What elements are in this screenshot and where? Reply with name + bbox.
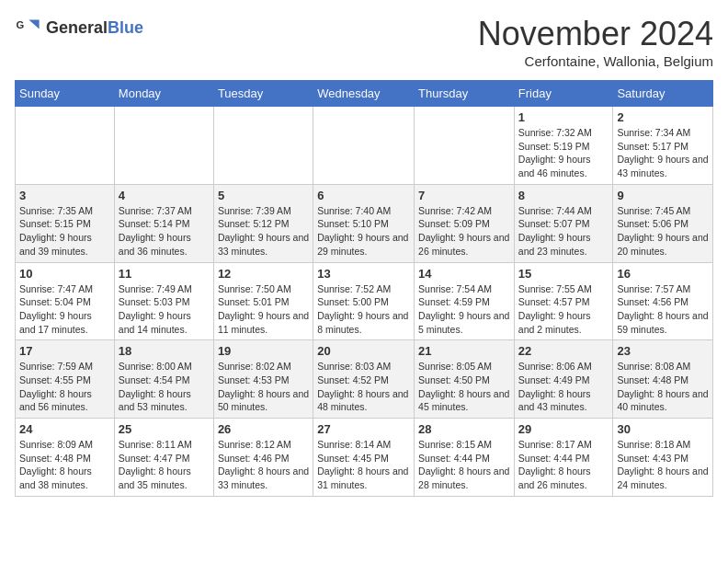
svg-marker-1 <box>28 20 39 29</box>
day-info: Sunrise: 8:06 AM Sunset: 4:49 PM Dayligh… <box>518 360 609 414</box>
calendar-day-cell: 29Sunrise: 8:17 AM Sunset: 4:44 PM Dayli… <box>514 419 613 497</box>
calendar-day-cell: 21Sunrise: 8:05 AM Sunset: 4:50 PM Dayli… <box>415 340 515 419</box>
day-number: 24 <box>19 422 110 436</box>
day-number: 2 <box>617 110 709 124</box>
day-number: 10 <box>19 267 110 281</box>
calendar-day-cell: 8Sunrise: 7:44 AM Sunset: 5:07 PM Daylig… <box>514 184 613 262</box>
calendar-day-cell: 18Sunrise: 8:00 AM Sunset: 4:54 PM Dayli… <box>114 340 213 419</box>
calendar-week-row: 10Sunrise: 7:47 AM Sunset: 5:04 PM Dayli… <box>16 262 713 340</box>
day-info: Sunrise: 8:17 AM Sunset: 4:44 PM Dayligh… <box>518 438 609 492</box>
calendar-day-cell <box>415 107 515 185</box>
day-info: Sunrise: 7:37 AM Sunset: 5:14 PM Dayligh… <box>119 204 210 259</box>
day-info: Sunrise: 8:08 AM Sunset: 4:48 PM Dayligh… <box>617 360 709 414</box>
calendar-day-cell: 14Sunrise: 7:54 AM Sunset: 4:59 PM Dayli… <box>415 262 515 340</box>
calendar-day-cell: 26Sunrise: 8:12 AM Sunset: 4:46 PM Dayli… <box>213 419 313 497</box>
day-number: 5 <box>218 189 309 202</box>
day-number: 1 <box>518 110 609 124</box>
day-number: 15 <box>518 267 609 281</box>
calendar-day-header: Monday <box>114 81 213 107</box>
calendar-day-cell <box>213 107 313 185</box>
day-number: 27 <box>317 422 410 436</box>
calendar-day-cell: 16Sunrise: 7:57 AM Sunset: 4:56 PM Dayli… <box>613 262 713 340</box>
calendar-day-cell: 9Sunrise: 7:45 AM Sunset: 5:06 PM Daylig… <box>613 184 713 262</box>
day-info: Sunrise: 8:03 AM Sunset: 4:52 PM Dayligh… <box>317 360 410 414</box>
day-info: Sunrise: 7:59 AM Sunset: 4:55 PM Dayligh… <box>19 360 110 414</box>
calendar-day-cell <box>114 107 213 185</box>
calendar-day-cell: 19Sunrise: 8:02 AM Sunset: 4:53 PM Dayli… <box>213 340 313 419</box>
day-info: Sunrise: 7:45 AM Sunset: 5:06 PM Dayligh… <box>617 204 709 259</box>
day-info: Sunrise: 7:39 AM Sunset: 5:12 PM Dayligh… <box>218 204 309 259</box>
calendar-day-header: Friday <box>514 81 613 107</box>
calendar-day-header: Thursday <box>415 81 515 107</box>
calendar-day-cell: 2Sunrise: 7:34 AM Sunset: 5:17 PM Daylig… <box>613 107 713 185</box>
day-info: Sunrise: 8:11 AM Sunset: 4:47 PM Dayligh… <box>119 438 210 492</box>
day-info: Sunrise: 8:12 AM Sunset: 4:46 PM Dayligh… <box>218 438 309 492</box>
calendar-day-cell <box>16 107 115 185</box>
day-number: 13 <box>317 267 410 281</box>
day-number: 28 <box>418 422 510 436</box>
day-number: 6 <box>317 189 410 202</box>
day-info: Sunrise: 8:18 AM Sunset: 4:43 PM Dayligh… <box>617 438 709 492</box>
day-number: 16 <box>617 267 709 281</box>
day-info: Sunrise: 7:57 AM Sunset: 4:56 PM Dayligh… <box>617 282 709 337</box>
logo-icon: G <box>15 15 40 40</box>
header: G GeneralBlue November 2024 Cerfontaine,… <box>15 15 713 69</box>
day-number: 8 <box>518 189 609 202</box>
calendar-week-row: 3Sunrise: 7:35 AM Sunset: 5:15 PM Daylig… <box>16 184 713 262</box>
day-info: Sunrise: 7:40 AM Sunset: 5:10 PM Dayligh… <box>317 204 410 259</box>
day-number: 19 <box>218 344 309 358</box>
day-info: Sunrise: 8:15 AM Sunset: 4:44 PM Dayligh… <box>418 438 510 492</box>
calendar-day-cell: 22Sunrise: 8:06 AM Sunset: 4:49 PM Dayli… <box>514 340 613 419</box>
calendar-week-row: 17Sunrise: 7:59 AM Sunset: 4:55 PM Dayli… <box>16 340 713 419</box>
day-number: 4 <box>119 189 210 202</box>
day-number: 12 <box>218 267 309 281</box>
svg-text:G: G <box>16 19 24 30</box>
calendar-day-cell: 10Sunrise: 7:47 AM Sunset: 5:04 PM Dayli… <box>16 262 115 340</box>
calendar-day-header: Saturday <box>613 81 713 107</box>
calendar-week-row: 1Sunrise: 7:32 AM Sunset: 5:19 PM Daylig… <box>16 107 713 185</box>
day-info: Sunrise: 8:09 AM Sunset: 4:48 PM Dayligh… <box>19 438 110 492</box>
day-number: 14 <box>418 267 510 281</box>
calendar-day-cell: 17Sunrise: 7:59 AM Sunset: 4:55 PM Dayli… <box>16 340 115 419</box>
day-number: 30 <box>617 422 709 436</box>
calendar-header-row: SundayMondayTuesdayWednesdayThursdayFrid… <box>16 81 713 107</box>
day-number: 25 <box>119 422 210 436</box>
day-number: 17 <box>19 344 110 358</box>
calendar-day-cell: 15Sunrise: 7:55 AM Sunset: 4:57 PM Dayli… <box>514 262 613 340</box>
day-info: Sunrise: 7:42 AM Sunset: 5:09 PM Dayligh… <box>418 204 510 259</box>
day-info: Sunrise: 8:14 AM Sunset: 4:45 PM Dayligh… <box>317 438 410 492</box>
day-info: Sunrise: 7:44 AM Sunset: 5:07 PM Dayligh… <box>518 204 609 259</box>
calendar-day-cell <box>313 107 415 185</box>
logo-text-general: General <box>46 18 108 37</box>
day-info: Sunrise: 7:54 AM Sunset: 4:59 PM Dayligh… <box>418 282 510 337</box>
calendar-day-cell: 27Sunrise: 8:14 AM Sunset: 4:45 PM Dayli… <box>313 419 415 497</box>
calendar-day-cell: 24Sunrise: 8:09 AM Sunset: 4:48 PM Dayli… <box>16 419 115 497</box>
calendar-week-row: 24Sunrise: 8:09 AM Sunset: 4:48 PM Dayli… <box>16 419 713 497</box>
calendar-day-cell: 30Sunrise: 8:18 AM Sunset: 4:43 PM Dayli… <box>613 419 713 497</box>
day-number: 7 <box>418 189 510 202</box>
calendar-day-cell: 28Sunrise: 8:15 AM Sunset: 4:44 PM Dayli… <box>415 419 515 497</box>
day-info: Sunrise: 8:00 AM Sunset: 4:54 PM Dayligh… <box>119 360 210 414</box>
calendar-day-header: Wednesday <box>313 81 415 107</box>
day-number: 9 <box>617 189 709 202</box>
logo: G GeneralBlue <box>15 15 143 40</box>
calendar-day-cell: 20Sunrise: 8:03 AM Sunset: 4:52 PM Dayli… <box>313 340 415 419</box>
logo-text-blue: Blue <box>108 18 143 37</box>
day-number: 23 <box>617 344 709 358</box>
day-info: Sunrise: 7:32 AM Sunset: 5:19 PM Dayligh… <box>518 126 609 180</box>
day-number: 26 <box>218 422 309 436</box>
calendar-day-cell: 6Sunrise: 7:40 AM Sunset: 5:10 PM Daylig… <box>313 184 415 262</box>
calendar-day-cell: 7Sunrise: 7:42 AM Sunset: 5:09 PM Daylig… <box>415 184 515 262</box>
day-info: Sunrise: 7:47 AM Sunset: 5:04 PM Dayligh… <box>19 282 110 337</box>
calendar-day-cell: 23Sunrise: 8:08 AM Sunset: 4:48 PM Dayli… <box>613 340 713 419</box>
day-info: Sunrise: 7:35 AM Sunset: 5:15 PM Dayligh… <box>19 204 110 259</box>
day-number: 29 <box>518 422 609 436</box>
calendar-day-cell: 3Sunrise: 7:35 AM Sunset: 5:15 PM Daylig… <box>16 184 115 262</box>
calendar-day-cell: 25Sunrise: 8:11 AM Sunset: 4:47 PM Dayli… <box>114 419 213 497</box>
calendar-day-cell: 13Sunrise: 7:52 AM Sunset: 5:00 PM Dayli… <box>313 262 415 340</box>
day-info: Sunrise: 7:34 AM Sunset: 5:17 PM Dayligh… <box>617 126 709 180</box>
day-info: Sunrise: 8:05 AM Sunset: 4:50 PM Dayligh… <box>418 360 510 414</box>
day-number: 18 <box>119 344 210 358</box>
calendar-day-cell: 5Sunrise: 7:39 AM Sunset: 5:12 PM Daylig… <box>213 184 313 262</box>
day-info: Sunrise: 7:50 AM Sunset: 5:01 PM Dayligh… <box>218 282 309 337</box>
